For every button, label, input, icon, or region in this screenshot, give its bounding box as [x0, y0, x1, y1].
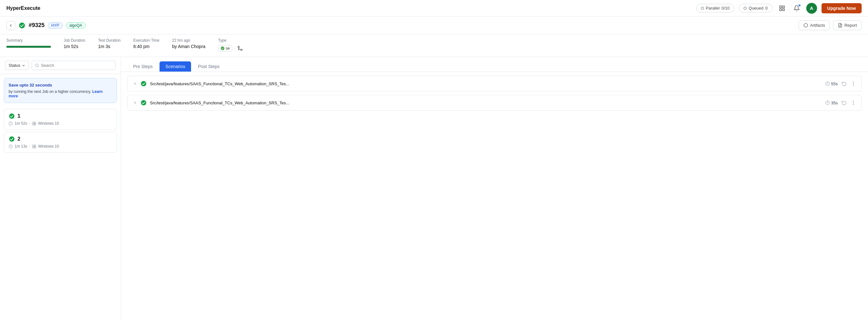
report-icon — [838, 23, 842, 28]
scenario-list: Src/test/java/features/SAAS_Functional_T… — [121, 72, 868, 320]
duration-value: 55s — [831, 81, 838, 86]
scenario-name: Src/test/java/features/SAAS_Functional_T… — [150, 81, 289, 86]
job-id: #9325 — [29, 22, 44, 29]
scenario-duration: 55s — [825, 81, 838, 86]
svg-point-9 — [238, 46, 240, 48]
chevron-right-icon — [133, 81, 137, 86]
svg-point-27 — [853, 85, 854, 86]
svg-point-32 — [853, 104, 854, 105]
report-button[interactable]: Report — [833, 21, 862, 30]
svg-point-7 — [221, 46, 224, 50]
filter-bar: Status — [0, 57, 121, 74]
artifacts-button[interactable]: Artifacts — [799, 21, 830, 30]
job-number: 1 — [18, 113, 20, 119]
svg-rect-0 — [779, 6, 781, 8]
app-logo: HyperExecute — [6, 5, 40, 11]
parallel-btn[interactable]: Parallel 0/10 — [696, 4, 735, 12]
clock-icon — [9, 121, 13, 126]
more-options-icon[interactable] — [850, 81, 856, 86]
promo-body-text: by running the next Job on a higher conc… — [9, 90, 91, 94]
scenario-item[interactable]: Src/test/java/features/SAAS_Functional_T… — [127, 76, 862, 92]
tabs-bar: Pre Steps Scenarios Post Steps — [121, 57, 868, 72]
execution-time-label: Execution Time — [133, 38, 159, 43]
chevron-right-icon — [133, 101, 137, 105]
windows-icon — [32, 144, 36, 148]
execution-time-meta: Execution Time 6:40 pm — [133, 38, 159, 49]
job-success-icon — [9, 136, 15, 142]
test-duration-meta: Test Duration 1m 3s — [98, 38, 121, 49]
search-input[interactable] — [41, 63, 112, 68]
scenario-left: Src/test/java/features/SAAS_Functional_T… — [133, 100, 289, 106]
scenario-right: 55s — [825, 81, 856, 86]
svg-point-10 — [35, 64, 38, 67]
grid-icon-btn[interactable] — [777, 3, 787, 13]
scenario-name: Src/test/java/features/SAAS_Functional_T… — [150, 101, 289, 105]
more-options-icon[interactable] — [850, 100, 856, 106]
status-dropdown[interactable]: Status — [5, 61, 29, 70]
job-os: Windows 10 — [38, 121, 59, 126]
right-panel: Pre Steps Scenarios Post Steps Src/test/… — [121, 57, 868, 320]
job-list: 1 1m 52s · Windows 10 2 1m — [0, 107, 121, 154]
execution-time-value: 6:40 pm — [133, 44, 159, 49]
job-success-icon — [9, 113, 15, 119]
tab-scenarios[interactable]: Scenarios — [159, 61, 191, 72]
parallel-label: Parallel — [706, 6, 720, 10]
job-list-item[interactable]: 2 1m 13s · Windows 10 — [4, 132, 117, 153]
time-ago-meta: 22 hrs ago by Aman Chopra — [172, 38, 206, 49]
job-item-meta: 1m 13s · Windows 10 — [9, 144, 112, 148]
scenario-left: Src/test/java/features/SAAS_Functional_T… — [133, 80, 289, 87]
chevron-down-icon — [22, 64, 26, 67]
svg-point-31 — [853, 102, 854, 103]
search-box[interactable] — [32, 61, 116, 70]
summary-progress-bar — [6, 46, 51, 48]
top-nav: HyperExecute Parallel 0/10 Queued 0 A — [0, 0, 868, 16]
svg-point-28 — [141, 100, 147, 106]
job-item-header: 2 — [9, 136, 112, 142]
upgrade-now-button[interactable]: Upgrade Now — [822, 3, 862, 13]
scenario-right: 35s — [825, 100, 856, 106]
top-nav-left: HyperExecute — [6, 5, 40, 11]
history-icon[interactable] — [842, 100, 847, 105]
grid-icon — [779, 5, 785, 11]
job-duration: 1m 13s — [14, 144, 27, 148]
queued-dot — [744, 7, 747, 10]
test-duration-label: Test Duration — [98, 38, 121, 43]
history-icon[interactable] — [842, 81, 847, 86]
svg-point-11 — [9, 113, 14, 119]
chevron-left-icon — [9, 23, 13, 28]
user-avatar[interactable]: A — [806, 3, 817, 14]
job-duration-value: 1m 52s — [64, 44, 85, 49]
selenium-badge: se — [218, 45, 232, 51]
back-button[interactable] — [6, 21, 15, 30]
scenario-item[interactable]: Src/test/java/features/SAAS_Functional_T… — [127, 95, 862, 111]
summary-label: Summary — [6, 38, 51, 43]
job-os: Windows 10 — [38, 144, 59, 148]
notification-icon-btn[interactable] — [792, 3, 802, 13]
parallel-value: 0/10 — [721, 6, 730, 10]
job-list-item[interactable]: 1 1m 52s · Windows 10 — [4, 109, 117, 130]
scenario-success-icon — [141, 100, 147, 106]
left-panel: Status Save upto 32 seconds by running t… — [0, 57, 121, 320]
svg-rect-15 — [32, 124, 34, 125]
queued-btn[interactable]: Queued 0 — [739, 4, 773, 12]
type-label: Type — [218, 38, 243, 43]
summary-meta: Summary — [6, 38, 51, 48]
promo-card: Save upto 32 seconds by running the next… — [4, 78, 117, 103]
clock-icon — [9, 144, 13, 148]
promo-title: Save upto 32 seconds — [9, 83, 112, 87]
main-content: Status Save upto 32 seconds by running t… — [0, 57, 868, 320]
svg-rect-20 — [34, 145, 36, 146]
svg-point-23 — [141, 81, 147, 86]
tab-post-steps[interactable]: Post Steps — [192, 61, 225, 72]
tag-hyp: HYP — [48, 22, 63, 29]
svg-rect-21 — [32, 147, 34, 148]
scenario-success-icon — [141, 80, 147, 87]
svg-rect-19 — [32, 145, 34, 146]
svg-point-8 — [241, 49, 242, 50]
windows-icon — [32, 121, 36, 126]
notification-dot — [798, 4, 801, 7]
meta-bar: Summary Job Duration 1m 52s Test Duratio… — [0, 34, 868, 57]
summary-progress-fill — [6, 46, 51, 48]
job-header-right: Artifacts Report — [799, 21, 862, 30]
tab-pre-steps[interactable]: Pre Steps — [127, 61, 158, 72]
